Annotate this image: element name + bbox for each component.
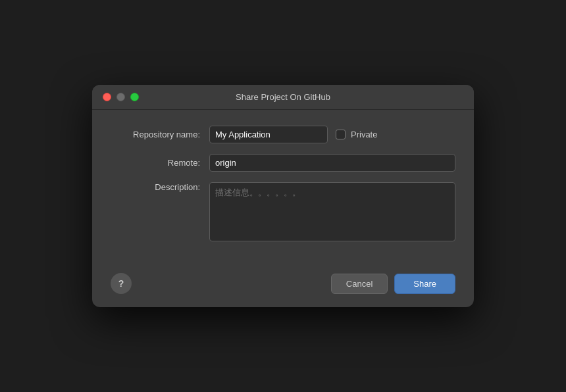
traffic-lights xyxy=(103,93,139,101)
private-checkbox[interactable] xyxy=(336,130,346,139)
action-buttons: Cancel Share xyxy=(331,274,455,294)
repo-name-row: Repository name: Private xyxy=(111,126,455,143)
minimize-button[interactable] xyxy=(116,93,125,101)
description-label: Description: xyxy=(111,182,209,192)
close-button[interactable] xyxy=(103,93,111,101)
remote-input[interactable] xyxy=(209,154,455,172)
description-textarea[interactable] xyxy=(209,182,455,241)
title-bar: Share Project On GitHub xyxy=(92,85,474,110)
private-label: Private xyxy=(351,130,377,139)
repo-name-input[interactable] xyxy=(209,126,328,143)
help-icon: ? xyxy=(118,278,124,289)
cancel-button[interactable]: Cancel xyxy=(331,274,388,294)
dialog-title: Share Project On GitHub xyxy=(236,92,330,102)
maximize-button[interactable] xyxy=(130,93,139,101)
share-project-dialog: Share Project On GitHub Repository name:… xyxy=(92,85,474,307)
description-row: Description: xyxy=(111,182,455,241)
share-button[interactable]: Share xyxy=(394,274,455,294)
private-section: Private xyxy=(336,130,377,139)
repo-name-label: Repository name: xyxy=(111,130,209,139)
remote-row: Remote: xyxy=(111,154,455,172)
help-button[interactable]: ? xyxy=(111,273,132,294)
dialog-body: Repository name: Private Remote: Descrip… xyxy=(92,110,474,265)
dialog-footer: ? Cancel Share xyxy=(92,265,474,307)
remote-label: Remote: xyxy=(111,158,209,168)
